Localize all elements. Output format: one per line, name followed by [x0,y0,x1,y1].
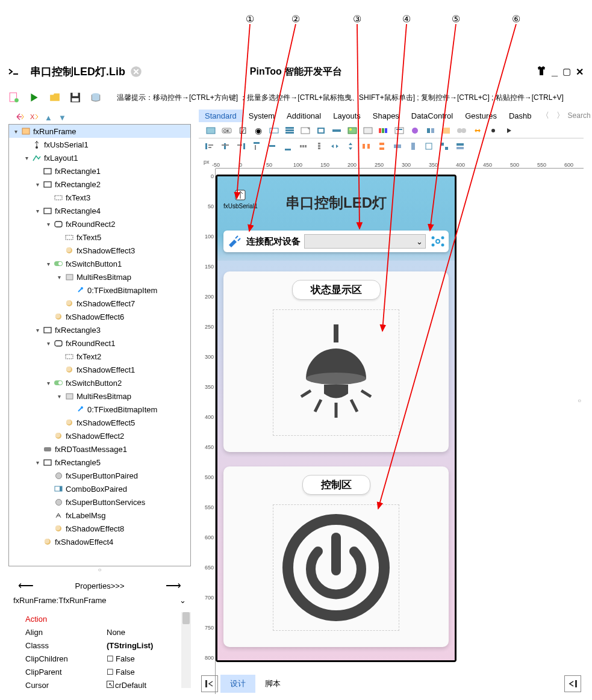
callout-2: ② [291,13,300,25]
property-row[interactable]: Classs(TStringList) [8,639,191,652]
props-scrollbar[interactable] [181,612,191,688]
property-value[interactable]: False [107,654,191,663]
ruler-tick: 700 [205,595,214,601]
chevron-down-icon: ⌄ [179,596,186,605]
callout-6: ⑥ [512,13,520,25]
property-row[interactable]: Cursor↖crDefault [8,678,191,688]
bottom-tabs: 设计 脚本 [199,674,584,694]
property-value[interactable]: ↖crDefault [107,681,191,689]
props-left-arrow-icon[interactable]: ⟵ [18,579,34,592]
props-right-arrow-icon[interactable]: ⟶ [166,579,181,592]
property-row[interactable]: ClipParentFalse [8,665,191,678]
collapse-left-icon[interactable] [201,675,218,692]
svg-line-3 [382,24,407,331]
ruler-tick: 800 [205,655,214,661]
property-name: Align [25,628,107,637]
property-name: Cursor [25,681,107,689]
callout-3: ③ [353,13,361,25]
property-row[interactable]: Action [8,612,191,625]
property-row[interactable]: AlignNone [8,625,191,639]
callout-arrows [0,24,592,566]
svg-rect-123 [205,680,207,687]
svg-rect-124 [575,680,577,687]
properties-grid[interactable]: ActionAlignNoneClasss(TStringList)ClipCh… [8,612,191,688]
props-selector-text: fxRunFrame:TfxRunFrame [13,596,107,605]
collapse-right-icon[interactable] [564,675,581,692]
property-value[interactable]: None [107,628,191,637]
property-value[interactable]: False [107,667,191,677]
property-value[interactable]: (TStringList) [107,641,191,650]
svg-line-4 [430,24,456,231]
property-name: ClipChildren [25,654,107,663]
svg-line-1 [249,24,296,231]
callout-5: ⑤ [452,13,460,25]
callout-4: ④ [402,13,411,25]
properties-header: ⟵ Properties>>> ⟶ [8,578,191,593]
panel-divider[interactable]: ○ [8,566,191,578]
properties-label: Properties>>> [75,581,124,590]
svg-line-0 [237,24,250,199]
callout-1: ① [246,13,254,25]
property-row[interactable]: ClipChildrenFalse [8,652,191,665]
property-name: Classs [25,641,107,650]
property-name: ClipParent [25,667,107,677]
ruler-tick: 750 [205,625,214,631]
svg-line-2 [357,24,360,229]
property-name: Action [25,615,107,624]
tab-script[interactable]: 脚本 [255,675,290,693]
props-component-selector[interactable]: fxRunFrame:TfxRunFrame ⌄ [8,593,191,607]
tab-design[interactable]: 设计 [220,675,255,693]
